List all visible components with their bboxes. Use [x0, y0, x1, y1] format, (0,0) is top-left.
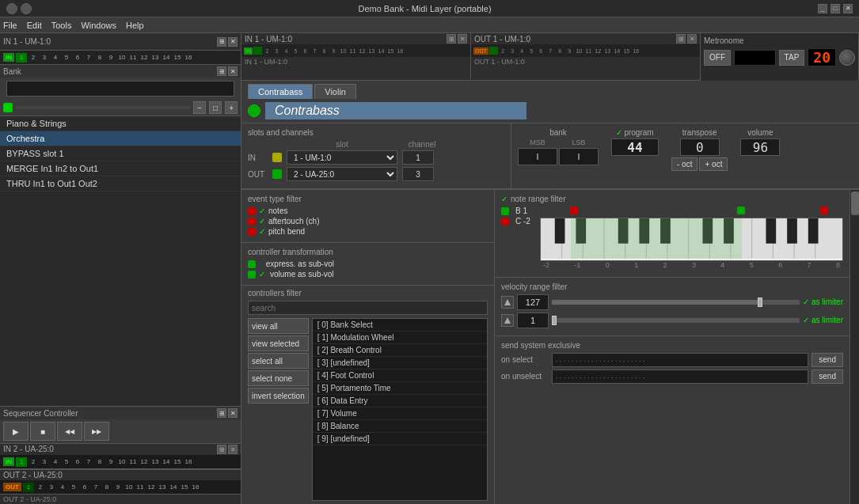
in1-ch-active[interactable]: 1: [16, 53, 27, 63]
in-slot-dropdown[interactable]: 1 - UM-1:0: [287, 150, 397, 165]
bank-copy-btn[interactable]: □: [209, 101, 222, 114]
out-slot-dropdown[interactable]: 2 - UA-25:0: [287, 167, 397, 181]
cf-item-5[interactable]: [ 5] Portamento Time: [313, 382, 487, 395]
window-right-controls[interactable]: _ □ ✕: [818, 4, 853, 13]
cf-view-all-btn[interactable]: view all: [248, 318, 309, 334]
cf-item-8[interactable]: [ 8] Balance: [313, 420, 487, 433]
minimize-btn[interactable]: [21, 3, 32, 14]
cf-invert-btn[interactable]: invert selection: [248, 388, 309, 404]
metro-knob[interactable]: [839, 50, 855, 66]
cf-search-input[interactable]: [248, 301, 488, 315]
lsb-spinbox[interactable]: I: [559, 148, 599, 165]
out2-label: OUT 2 - UA-25:0: [3, 471, 63, 479]
right-scrollbar[interactable]: [849, 190, 859, 504]
metro-tap-btn[interactable]: TAP: [779, 50, 805, 66]
preset-item-0[interactable]: Piano & Strings: [0, 116, 241, 131]
nr-left-handle[interactable]: [570, 207, 578, 214]
cf-list[interactable]: [ 0] Bank Select [ 1] Modulation Wheel […: [312, 318, 488, 501]
transpose-spinbox[interactable]: 0: [680, 138, 720, 156]
seq-forward-btn[interactable]: ▶▶: [84, 422, 109, 441]
seq-rewind-btn[interactable]: ◀◀: [57, 422, 82, 441]
nr-check: ✓: [501, 195, 507, 203]
bank-collapse-btn[interactable]: −: [193, 101, 206, 114]
oct-plus-btn[interactable]: + oct: [699, 157, 728, 171]
ct-volume-row: ✓ volume as sub-vol: [248, 270, 488, 279]
in1-bar: IN 1 - UM-1:0 ⊞ ✕ IN 23 45 67 89 1011 12…: [241, 33, 471, 80]
seq-icon1[interactable]: ⊞: [217, 408, 226, 418]
program-spinbox[interactable]: 44: [611, 138, 659, 156]
bank-add-btn[interactable]: +: [225, 101, 238, 114]
scrollbar-thumb[interactable]: [851, 191, 859, 215]
max-icon[interactable]: □: [830, 4, 840, 13]
preset-list[interactable]: Piano & Strings Orchestra BYPASS slot 1 …: [0, 116, 241, 406]
out2-ch-active[interactable]: 1: [23, 483, 34, 492]
cf-item-7[interactable]: [ 7] Volume: [313, 407, 487, 420]
oct-minus-btn[interactable]: - oct: [671, 157, 697, 171]
slots-channels-title: slots and channels: [248, 128, 504, 137]
in1-bar-icon1[interactable]: ⊞: [447, 34, 456, 44]
preset-item-4[interactable]: THRU In1 to Out1 Out2: [0, 176, 241, 191]
svg-rect-22: [787, 218, 797, 244]
cf-view-selected-btn[interactable]: view selected: [248, 335, 309, 351]
out1-bar-icon1[interactable]: ⊞: [676, 34, 686, 44]
cf-item-3[interactable]: [ 3] [undefined]: [313, 357, 487, 369]
nr-right-handle[interactable]: [820, 207, 828, 214]
patch-on-btn[interactable]: [248, 104, 260, 117]
ss-on-select-send-btn[interactable]: send: [811, 353, 843, 367]
out1-bar-ch1[interactable]: [489, 47, 498, 55]
tab-contrabass[interactable]: Contrabass: [248, 84, 313, 99]
in1-icon1[interactable]: ⊞: [217, 37, 226, 47]
out1-bar-icon2[interactable]: ✕: [687, 34, 697, 44]
preset-item-2[interactable]: BYPASS slot 1: [0, 146, 241, 161]
vr-handle2[interactable]: [552, 316, 557, 325]
cf-select-none-btn[interactable]: select none: [248, 370, 309, 386]
menu-edit[interactable]: Edit: [27, 21, 42, 30]
vr-slider2[interactable]: [552, 318, 800, 323]
bank-name-field[interactable]: Demo Bank: [6, 81, 234, 97]
tab-violin[interactable]: Violin: [314, 84, 356, 99]
out-channel-spin[interactable]: 3: [402, 167, 434, 181]
nr-mid-handle[interactable]: [737, 207, 745, 214]
x-icon[interactable]: ✕: [843, 4, 853, 13]
in2-label-row: IN 2 - UA-25:0 ⊞ ✕: [0, 444, 241, 455]
in2-icon2[interactable]: ✕: [228, 445, 238, 454]
preset-item-3[interactable]: MERGE In1 In2 to Out1: [0, 161, 241, 176]
seq-stop-btn[interactable]: ■: [30, 422, 55, 441]
vr-handle1[interactable]: [758, 297, 762, 307]
in2-icon1[interactable]: ⊞: [217, 445, 226, 454]
piano-keyboard[interactable]: [540, 218, 843, 261]
bank-icon2[interactable]: ✕: [228, 66, 238, 76]
vr-slider1[interactable]: [552, 300, 800, 305]
bank-slider[interactable]: [16, 106, 190, 109]
bank-icon1[interactable]: ⊞: [217, 66, 226, 76]
min-icon[interactable]: _: [818, 4, 827, 13]
cf-item-6[interactable]: [ 6] Data Entry: [313, 395, 487, 407]
in1-bar-ch1[interactable]: [253, 47, 262, 55]
vr-spin2[interactable]: 1: [517, 313, 549, 328]
cf-item-4[interactable]: [ 4] Foot Control: [313, 369, 487, 382]
out1-bar-header: OUT 1 - UM-1:0 ⊞ ✕: [471, 33, 700, 44]
seq-play-btn[interactable]: ▶: [3, 422, 29, 441]
metro-off-btn[interactable]: OFF: [704, 50, 731, 66]
cf-item-0[interactable]: [ 0] Bank Select: [313, 319, 487, 332]
in2-ch-active[interactable]: 1: [16, 457, 27, 467]
msb-spinbox[interactable]: I: [518, 148, 557, 165]
volume-spinbox[interactable]: 96: [740, 138, 780, 156]
cf-item-1[interactable]: [ 1] Modulation Wheel: [313, 332, 487, 344]
seq-icon2[interactable]: ✕: [228, 408, 238, 418]
cf-item-9[interactable]: [ 9] [undefined]: [313, 433, 487, 445]
ss-on-unselect-send-btn[interactable]: send: [811, 369, 843, 384]
cf-select-all-btn[interactable]: select all: [248, 353, 309, 369]
menu-tools[interactable]: Tools: [51, 21, 72, 30]
close-btn[interactable]: [6, 3, 17, 14]
menu-help[interactable]: Help: [126, 21, 144, 30]
menu-file[interactable]: File: [3, 21, 17, 30]
preset-item-1[interactable]: Orchestra: [0, 131, 241, 146]
in1-bar-icon2[interactable]: ✕: [458, 34, 467, 44]
in-channel-spin[interactable]: 1: [402, 150, 434, 165]
in1-icon2[interactable]: ✕: [228, 37, 238, 47]
cf-item-2[interactable]: [ 2] Breath Control: [313, 344, 487, 357]
window-controls[interactable]: [6, 3, 32, 14]
menu-windows[interactable]: Windows: [81, 21, 116, 30]
vr-spin1[interactable]: 127: [517, 294, 549, 310]
